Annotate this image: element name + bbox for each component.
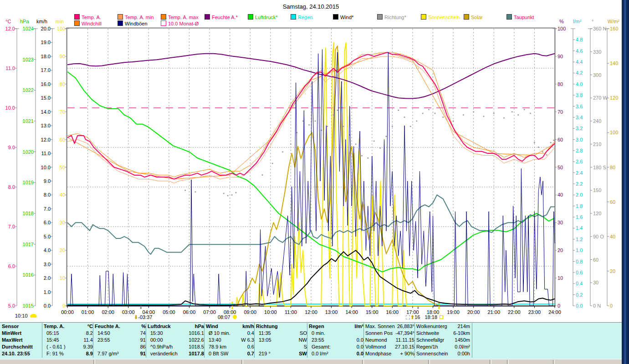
series-point-Richtung (235, 192, 237, 193)
table-info-value: 1450m (440, 337, 470, 343)
status-bar-separator (490, 360, 491, 364)
table-column-separator (307, 323, 307, 358)
table-info-value: 0:00h (440, 351, 470, 357)
table-cell-value: S (284, 344, 307, 350)
series-point-Richtung (272, 163, 273, 164)
weather-chart (0, 0, 622, 359)
series-point-Richtung (308, 124, 310, 126)
series-point-Richtung (453, 121, 454, 122)
status-bar-separator (428, 360, 430, 364)
table-info-value: 6-10km (440, 330, 470, 336)
table-cell-value: 11.4 (71, 337, 93, 343)
series-point-Richtung (534, 142, 535, 143)
series-Feuchte A. (67, 54, 555, 99)
series-point-Richtung (463, 114, 464, 116)
series-point-Richtung (473, 111, 474, 112)
desktop-background (622, 0, 629, 364)
series-point-Richtung (517, 114, 519, 116)
series-point-Richtung (404, 116, 405, 118)
series-point-Richtung (524, 109, 525, 110)
table-cell-value: 0.0 (339, 351, 363, 357)
series-point-Richtung (282, 151, 283, 152)
table-cell-value: 74 (123, 330, 146, 336)
table-row-label: 24.10. 23:55 (2, 351, 42, 357)
table-column-separator (146, 323, 146, 358)
series-point-Richtung (542, 151, 543, 152)
status-bar-separator (93, 360, 95, 364)
table-cell-value: 91 (123, 337, 146, 343)
sunshine-total-value: 10:10 (15, 313, 28, 318)
moonset-arrow-icon: ⬇ (134, 314, 138, 320)
table-cell-value: 8.2 (71, 330, 93, 336)
table-cell: 0 min. (312, 330, 345, 336)
table-column-separator (254, 323, 255, 358)
series-point-Richtung (442, 116, 444, 118)
table-cell-value: 1017.8 (179, 351, 204, 357)
table-row-label: MinWert (2, 330, 42, 336)
table-cell-value: W 6.3 (232, 337, 254, 343)
table-info-value: 26,883° (388, 324, 414, 329)
status-bar-separator (362, 360, 364, 364)
sunrise-annotation: 08:07 (218, 314, 237, 320)
table-cell-value: 1016.1 (179, 330, 204, 336)
table-info-value: 0.0l/m² (440, 344, 470, 350)
series-point-Richtung (398, 110, 399, 111)
table-cell-value: SW (284, 351, 307, 357)
table-info-value: 11.11.15 (388, 337, 414, 343)
table-cell-value: 1018.5 (179, 344, 204, 350)
moonrise-sunset-annotation: ⬆1618:18 (406, 314, 443, 320)
sunset-icon (440, 315, 443, 319)
series-point-Richtung (422, 113, 424, 114)
table-cell-value: 9.39 (71, 344, 93, 350)
sunrise-time: 08:07 (218, 314, 230, 320)
series-point-Richtung (355, 143, 357, 145)
series-point-Richtung (327, 126, 328, 127)
table-row-label: Durchschnitt (2, 344, 42, 350)
table-cell-value: 0.4 (232, 330, 254, 336)
series-point-Richtung (194, 191, 196, 192)
table-info-value: 214m (440, 324, 470, 329)
series-point-Richtung (314, 121, 316, 122)
table-cell-value: NW (284, 337, 307, 343)
table-col-header: Luftdruck (148, 324, 183, 329)
series-point-Richtung (367, 157, 368, 159)
series-point-Richtung (361, 155, 363, 157)
series-point-Richtung (410, 126, 411, 127)
table-column-separator (472, 323, 472, 358)
series-point-Richtung (434, 113, 435, 114)
table-col-unit: km/h (232, 324, 254, 329)
table-col-header: Temp. A. (44, 324, 74, 329)
table-cell-value: 0.0 (339, 344, 363, 350)
series-point-Richtung (223, 193, 225, 194)
series-point-Richtung (428, 109, 430, 110)
series-point-Richtung (553, 140, 554, 141)
series-point-Richtung (530, 113, 531, 114)
table-col-unit: % (123, 324, 146, 329)
series-point-Richtung (483, 116, 484, 117)
table-cell-value: 0.0 (339, 337, 363, 343)
status-bar-separator (553, 360, 555, 364)
table-column-separator (204, 323, 205, 358)
table-column-separator (414, 323, 415, 358)
series-point-Richtung (511, 111, 513, 112)
series-point-Richtung (546, 154, 547, 156)
table-col-header: Feuchte A. (95, 324, 126, 329)
table-cell-value: 91 (123, 351, 146, 357)
series-point-Richtung (290, 143, 291, 145)
series-point-Richtung (493, 113, 495, 114)
table-col-unit: hPa (179, 324, 204, 329)
series-point-Richtung (184, 190, 186, 191)
series-Windböen (67, 50, 555, 306)
table-cell-value: 0.6 (232, 344, 254, 350)
table-cell-value: 8.9 (71, 351, 93, 357)
series-point-Richtung (503, 117, 505, 119)
sunrise-icon (233, 315, 237, 319)
table-cell-value: SO (284, 330, 307, 336)
moonrise-arrow-icon: ⬆ (410, 314, 414, 320)
table-column-separator (42, 323, 42, 358)
moonrise-icon (406, 315, 410, 319)
sunset-time: 18:18 (424, 314, 437, 320)
table-info-value: + 90% (388, 351, 414, 357)
table-cell-value: 1022.6 (179, 337, 204, 343)
status-bar-separator (241, 360, 243, 364)
